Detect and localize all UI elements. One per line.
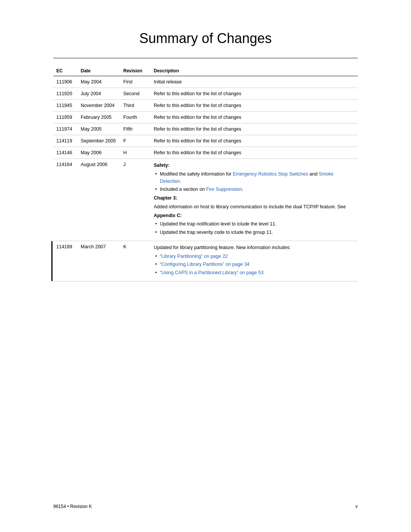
table-row-114189: 114189 March 2007 K Updated for library … <box>53 241 358 281</box>
safety-label: Safety: <box>154 162 355 169</box>
date-cell: May 2006 <box>78 147 120 159</box>
safety-item-2: Included a section on Fire Suppression. <box>154 186 355 193</box>
chapter3-label: Chapter 3: <box>154 195 355 202</box>
page-container: Summary of Changes EC Date Revision Desc… <box>0 0 411 532</box>
chapter3-text: Added information on host to library com… <box>154 203 355 211</box>
safety-list: Modified the safety information for Emer… <box>154 171 355 193</box>
date-cell-114164: August 2006 <box>78 159 120 241</box>
revision-cell: Fourth <box>120 112 151 123</box>
configuring-partitions-link[interactable]: “Configuring Library Partitions” on page… <box>160 262 250 267</box>
description-cell: Refer to this edition for the list of ch… <box>151 112 358 123</box>
description-cell: Initial release <box>151 76 358 88</box>
revision-cell-114189: K <box>120 241 151 281</box>
header-revision: Revision <box>120 66 151 76</box>
appendixc-bold: Appendix C: <box>154 213 182 218</box>
table-row: 111959 February 2005 Fourth Refer to thi… <box>53 112 358 123</box>
row-114189-prefix: Updated for library partitioning feature… <box>154 244 355 251</box>
appendixc-list: Updated the trap notification level to i… <box>154 220 355 236</box>
description-cell: Refer to this edition for the list of ch… <box>151 100 358 112</box>
safety-and: and <box>308 171 319 177</box>
safety-included-suffix: . <box>242 187 243 192</box>
revision-cell: H <box>120 147 151 159</box>
title-divider <box>53 58 358 58</box>
description-cell-114164: Safety: Modified the safety information … <box>151 159 358 241</box>
row-114189-item-2: “Configuring Library Partitions” on page… <box>154 261 355 268</box>
safety-bold-label: Safety: <box>154 163 170 168</box>
safety-period: . <box>180 179 181 184</box>
fire-suppression-link[interactable]: Fire Suppression <box>206 187 242 192</box>
description-cell: Refer to this edition for the list of ch… <box>151 123 358 135</box>
revision-cell-114164: J <box>120 159 151 241</box>
footer-left-text: 96154 • Revision K <box>53 504 92 509</box>
table-row: 111920 July 2004 Second Refer to this ed… <box>53 88 358 100</box>
header-ec: EC <box>53 66 78 76</box>
ec-cell-114189: 114189 <box>53 241 78 281</box>
ec-cell: 111920 <box>53 88 78 100</box>
date-cell: November 2004 <box>78 100 120 112</box>
date-cell: September 2005 <box>78 135 120 147</box>
date-cell-114189: March 2007 <box>78 241 120 281</box>
ec-cell: 111945 <box>53 100 78 112</box>
ec-cell: 111906 <box>53 76 78 88</box>
row-114189-list: “Library Partitioning” on page 22 “Confi… <box>154 253 355 276</box>
description-cell: Refer to this edition for the list of ch… <box>151 147 358 159</box>
table-row: 111974 May 2005 Fifth Refer to this edit… <box>53 123 358 135</box>
revision-cell: Fifth <box>120 123 151 135</box>
table-row: 114119 September 2005 F Refer to this ed… <box>53 135 358 147</box>
safety-item-1: Modified the safety information for Emer… <box>154 171 355 185</box>
description-cell: Refer to this edition for the list of ch… <box>151 135 358 147</box>
library-partitioning-link[interactable]: “Library Partitioning” on page 22 <box>160 254 228 259</box>
caps-partitioned-link[interactable]: “Using CAPS in a Partitioned Library” on… <box>160 270 263 275</box>
appendixc-item-1: Updated the trap notification level to i… <box>154 220 355 228</box>
revision-cell: First <box>120 76 151 88</box>
description-cell-114189: Updated for library partitioning feature… <box>151 241 358 281</box>
table-row: 111906 May 2004 First Initial release <box>53 76 358 88</box>
appendixc-label: Appendix C: <box>154 212 355 219</box>
date-cell: July 2004 <box>78 88 120 100</box>
header-date: Date <box>78 66 120 76</box>
page-title: Summary of Changes <box>53 30 358 46</box>
table-row-114164: 114164 August 2006 J Safety: Modified th… <box>53 159 358 241</box>
revision-cell: F <box>120 135 151 147</box>
revision-cell: Second <box>120 88 151 100</box>
date-cell: February 2005 <box>78 112 120 123</box>
chapter3-bold: Chapter 3: <box>154 195 177 201</box>
description-cell: Refer to this edition for the list of ch… <box>151 88 358 100</box>
row-114189-item-3: “Using CAPS in a Partitioned Library” on… <box>154 269 355 276</box>
ec-cell-114164: 114164 <box>53 159 78 241</box>
table-row: 114146 May 2006 H Refer to this edition … <box>53 147 358 159</box>
safety-modified-prefix: Modified the safety information for <box>160 171 233 177</box>
emergency-robotics-link[interactable]: Emergency Robotics Stop Switches <box>233 171 308 177</box>
changes-table: EC Date Revision Description 111906 May … <box>53 66 358 281</box>
row-114189-item-1: “Library Partitioning” on page 22 <box>154 253 355 260</box>
ec-cell: 111974 <box>53 123 78 135</box>
ec-cell: 111959 <box>53 112 78 123</box>
footer-right-text: v <box>355 504 358 509</box>
date-cell: May 2005 <box>78 123 120 135</box>
ec-cell: 114119 <box>53 135 78 147</box>
ec-cell: 114146 <box>53 147 78 159</box>
safety-included-prefix: Included a section on <box>160 187 206 192</box>
table-header-row: EC Date Revision Description <box>53 66 358 76</box>
header-description: Description <box>151 66 358 76</box>
page-footer: 96154 • Revision K v <box>53 504 358 509</box>
table-row: 111945 November 2004 Third Refer to this… <box>53 100 358 112</box>
revision-cell: Third <box>120 100 151 112</box>
appendixc-item-2: Updated the trap severity code to iclude… <box>154 229 355 236</box>
date-cell: May 2004 <box>78 76 120 88</box>
